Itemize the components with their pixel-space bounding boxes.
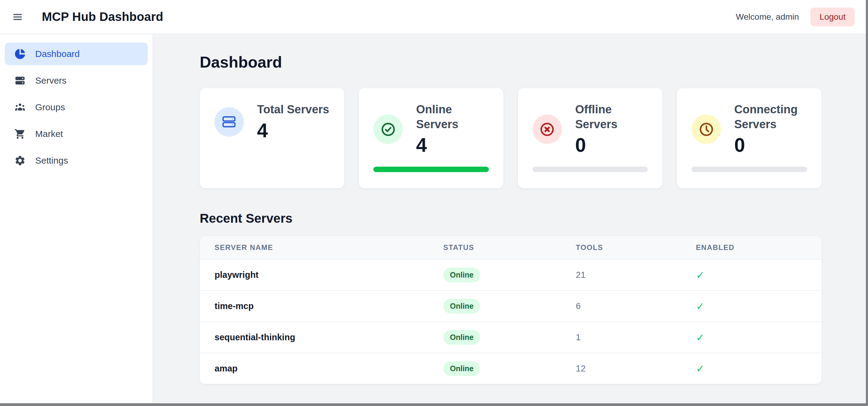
table-row[interactable]: playwright Online 21 ✓ [200,259,822,290]
progress-bar [533,167,648,172]
server-name: playwright [215,270,443,280]
server-name: amap [215,364,443,374]
status-badge: Online [443,299,480,314]
stat-value: 0 [734,134,807,156]
recent-servers-table: SERVER NAME STATUS TOOLS ENABLED playwri… [200,236,822,384]
tools-count: 12 [576,364,696,374]
server-icon [214,107,244,137]
hamburger-menu-button[interactable] [11,11,24,23]
sidebar-item-label: Market [35,129,63,139]
tools-count: 1 [576,332,696,342]
sidebar-item-label: Servers [35,75,66,86]
stat-value: 4 [416,134,489,156]
vertical-scrollbar[interactable] [866,0,868,406]
column-header-tools: TOOLS [576,243,696,252]
tools-count: 21 [576,270,696,280]
stat-label: Offline Servers [575,102,648,132]
stat-label: Connecting Servers [734,102,807,132]
sidebar: Dashboard Servers [0,34,153,406]
page-title: Dashboard [200,53,822,71]
stat-label: Online Servers [416,102,489,132]
sidebar-item-servers[interactable]: Servers [5,69,148,92]
recent-servers-title: Recent Servers [200,211,822,226]
table-row[interactable]: time-mcp Online 6 ✓ [200,290,822,322]
hamburger-icon [12,12,23,22]
clock-icon [691,114,721,144]
progress-bar [373,167,489,172]
x-circle-icon [533,114,562,144]
sidebar-item-settings[interactable]: Settings [5,149,148,172]
enabled-check-icon: ✓ [696,269,822,281]
check-circle-icon [373,114,403,144]
logout-button[interactable]: Logout [810,7,855,26]
sidebar-item-label: Settings [35,156,68,166]
stat-card-total-servers: Total Servers 4 [200,88,344,188]
app-title: MCP Hub Dashboard [42,10,163,24]
sidebar-item-groups[interactable]: Groups [5,96,148,119]
cart-icon [14,128,26,140]
server-name: time-mcp [215,301,443,311]
sidebar-item-label: Groups [35,102,65,112]
status-badge: Online [443,361,480,376]
status-badge: Online [443,268,480,282]
table-row[interactable]: sequential-thinking Online 1 ✓ [200,322,822,353]
pie-chart-icon [14,48,26,60]
column-header-enabled: ENABLED [696,243,822,252]
welcome-text: Welcome, admin [736,12,799,22]
sidebar-item-label: Dashboard [35,49,80,59]
stat-card-online-servers: Online Servers 4 [359,88,503,188]
progress-bar [691,167,807,172]
server-stack-icon [14,74,26,87]
horizontal-scrollbar[interactable] [0,403,868,406]
sidebar-item-market[interactable]: Market [5,123,148,145]
stat-label: Total Servers [257,102,329,117]
column-header-server-name: SERVER NAME [215,243,443,252]
enabled-check-icon: ✓ [696,300,822,312]
main-content: Dashboard Total Serv [153,34,868,406]
status-badge: Online [443,330,480,345]
table-row[interactable]: amap Online 12 ✓ [200,353,822,384]
enabled-check-icon: ✓ [696,332,822,344]
tools-count: 6 [576,301,696,311]
gear-icon [14,155,26,167]
table-header-row: SERVER NAME STATUS TOOLS ENABLED [200,236,822,259]
column-header-status: STATUS [443,243,576,252]
stat-value: 0 [575,134,648,156]
users-icon [14,101,26,113]
server-name: sequential-thinking [215,332,443,342]
stat-card-offline-servers: Offline Servers 0 [518,88,663,188]
stat-value: 4 [257,120,329,142]
enabled-check-icon: ✓ [696,363,822,375]
stat-cards: Total Servers 4 [200,88,822,188]
sidebar-item-dashboard[interactable]: Dashboard [5,42,148,65]
app-header: MCP Hub Dashboard Welcome, admin Logout [0,0,868,34]
stat-card-connecting-servers: Connecting Servers 0 [677,88,822,188]
